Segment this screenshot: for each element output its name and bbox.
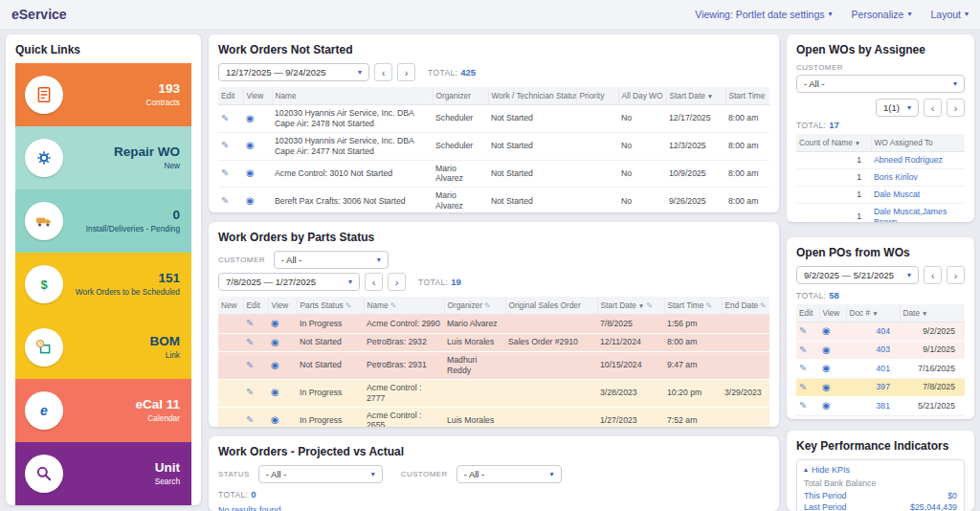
doc-number[interactable]: 401 [846, 360, 900, 379]
prev-page-button[interactable]: ‹ [374, 63, 392, 81]
assignee-name[interactable]: Abneed Rodriguez [871, 152, 965, 169]
chevron-down-icon: ▾ [907, 272, 911, 279]
assignee-name[interactable]: Dale Muscat,James Brown [871, 203, 965, 222]
prev-page-button[interactable]: ‹ [365, 273, 383, 291]
view-icon[interactable]: ◉ [822, 400, 831, 411]
prev-page-button[interactable]: ‹ [924, 266, 942, 284]
truck-icon [25, 202, 63, 240]
view-icon[interactable]: ◉ [271, 337, 279, 347]
quick-link-ecal[interactable]: e eCal 11Calendar [15, 379, 191, 442]
tile-label: Calendar [63, 414, 180, 424]
view-icon[interactable]: ◉ [271, 414, 279, 425]
quick-link-bom[interactable]: BOMLink [15, 316, 191, 379]
quick-link-unit-search[interactable]: UnitSearch [15, 442, 191, 505]
view-icon[interactable]: ◉ [822, 344, 831, 355]
sales-order: Sales Order #2910 [505, 333, 597, 352]
edit-icon[interactable]: ✎ [221, 167, 229, 178]
prev-page-button[interactable]: ‹ [924, 99, 942, 117]
edit-icon[interactable]: ✎ [246, 360, 254, 370]
doc-number[interactable]: 397 [846, 378, 900, 397]
chevron-down-icon: ▾ [550, 471, 554, 478]
status-select[interactable]: - All - ▾ [258, 465, 383, 483]
assignee-name[interactable]: Boris Kirilov [871, 168, 965, 186]
next-page-button[interactable]: › [397, 63, 415, 81]
new-cell [218, 379, 243, 407]
col-doc[interactable]: Doc #▼ [846, 304, 900, 322]
edit-icon[interactable]: ✎ [246, 414, 254, 425]
hide-kpis-toggle[interactable]: ▴ Hide KPIs [804, 465, 957, 475]
wo-organizer: Madhuri Reddy [444, 352, 505, 380]
start-date: 10/15/2024 [597, 352, 664, 380]
table-row: ✎ ◉ 102030 Hyannis Air Service, Inc. DBA… [218, 105, 769, 133]
view-icon[interactable]: ◉ [822, 382, 831, 392]
edit-icon[interactable]: ✎ [799, 325, 807, 336]
date-range-select[interactable]: 9/2/2025 — 5/21/2025 ▾ [796, 266, 919, 284]
edit-icon[interactable]: ✎ [246, 318, 254, 328]
col-parts-status[interactable]: Parts Status✎ [297, 297, 364, 315]
wo-organizer [444, 379, 505, 407]
assignee-name[interactable]: Dale Muscat [871, 186, 965, 203]
page-select[interactable]: 1(1) ▾ [876, 99, 919, 117]
view-icon[interactable]: ◉ [271, 318, 279, 328]
col-date[interactable]: Date▼ [900, 304, 965, 322]
edit-icon[interactable]: ✎ [221, 140, 229, 150]
view-icon[interactable]: ◉ [822, 363, 831, 373]
col-start-date[interactable]: Start Date▼ [666, 87, 725, 105]
col-new: New [218, 297, 243, 315]
view-icon[interactable]: ◉ [246, 167, 255, 178]
next-page-button[interactable]: › [388, 273, 406, 291]
quick-link-repair-wo[interactable]: Repair WONew [15, 126, 191, 189]
customer-filter-label: CUSTOMER [401, 470, 448, 478]
next-page-button[interactable]: › [947, 266, 965, 284]
col-count[interactable]: Count of Name▼ [796, 134, 871, 152]
quick-link-wo-to-schedule[interactable]: $ 151Work Orders to be Scheduled [15, 253, 191, 316]
col-end-date[interactable]: End Date✎ [722, 297, 769, 315]
edit-icon[interactable]: ✎ [246, 337, 254, 347]
wo-start-date: 9/26/2025 [666, 188, 725, 212]
personalize-menu[interactable]: Personalize ▾ [852, 9, 912, 20]
col-start-time[interactable]: Start Time✎ [664, 297, 722, 315]
col-view: View [268, 297, 297, 315]
customer-select[interactable]: - All - ▾ [796, 75, 965, 93]
doc-date: 7/16/2025 [900, 360, 965, 379]
view-icon[interactable]: ◉ [246, 140, 255, 150]
edit-icon[interactable]: ✎ [246, 387, 254, 397]
kpi-box: ▴ Hide KPIs Total Bank Balance This Peri… [796, 459, 965, 511]
view-icon[interactable]: ◉ [246, 113, 255, 123]
date-range-select[interactable]: 7/8/2025 — 1/27/2025 ▾ [218, 273, 360, 291]
kpi-row: This Period $0 [804, 491, 957, 500]
viewing-menu[interactable]: Viewing: Portlet date settings ▾ [695, 9, 832, 20]
doc-number[interactable]: 404 [846, 322, 900, 342]
col-organizer: Organizer [433, 87, 488, 105]
edit-icon[interactable]: ✎ [799, 344, 807, 355]
col-name[interactable]: Name✎ [364, 297, 444, 315]
wo-name: Acme Control : 2655 [364, 407, 444, 427]
edit-icon[interactable]: ✎ [799, 382, 807, 392]
customer-select[interactable]: - All - ▾ [457, 465, 562, 483]
col-start-date[interactable]: Start Date▼✎ [597, 297, 664, 315]
col-name: Name [272, 87, 433, 105]
wo-status: Not Started [488, 188, 576, 212]
next-page-button[interactable]: › [947, 99, 965, 117]
col-organizer[interactable]: Organizer✎ [444, 297, 505, 315]
kpi-value: $0 [947, 491, 957, 500]
date-range-select[interactable]: 12/17/2025 — 9/24/2025 ▾ [218, 63, 369, 81]
view-icon[interactable]: ◉ [822, 325, 831, 336]
quick-link-contracts[interactable]: 193Contracts [15, 63, 191, 126]
edit-icon[interactable]: ✎ [221, 195, 229, 206]
doc-number[interactable]: 381 [846, 397, 900, 416]
edit-icon[interactable]: ✎ [799, 400, 807, 411]
quick-link-install-deliveries[interactable]: 0Install/Deliveries - Pending [15, 189, 191, 253]
edit-icon[interactable]: ✎ [221, 113, 229, 123]
view-icon[interactable]: ◉ [271, 360, 279, 370]
col-status: Work / Technician Status [488, 87, 576, 105]
edit-icon[interactable]: ✎ [799, 363, 807, 373]
view-icon[interactable]: ◉ [246, 195, 255, 206]
layout-menu[interactable]: Layout ▾ [930, 9, 969, 20]
chevron-down-icon: ▾ [907, 11, 911, 18]
customer-select[interactable]: - All - ▾ [274, 251, 389, 269]
view-icon[interactable]: ◉ [271, 387, 279, 397]
table-row: ✎ ◉ 404 9/2/2025 [796, 322, 965, 342]
wo-organizer: Mario Alvarez [444, 315, 505, 334]
doc-number[interactable]: 403 [846, 341, 900, 360]
